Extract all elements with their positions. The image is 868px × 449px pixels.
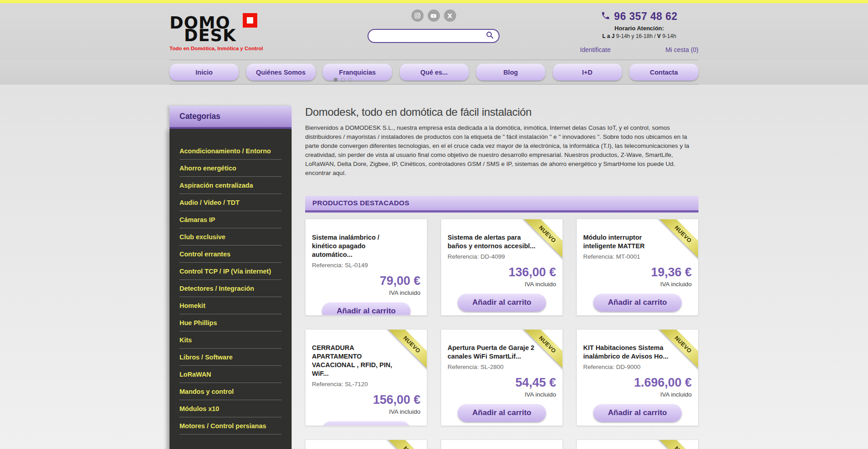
product-title[interactable]: KIT Habitaciones Sistema inalámbrico de …	[583, 344, 674, 361]
logo-red-square-icon	[243, 13, 257, 28]
category-item[interactable]: Motores / Control persianas	[179, 417, 282, 435]
category-item[interactable]: Detectores / Integración	[179, 280, 282, 297]
nav-item-quienes-somos[interactable]: Quiénes Somos	[246, 64, 316, 80]
identify-link[interactable]: Identificate	[580, 46, 611, 53]
category-item[interactable]: Mandos y control	[179, 383, 282, 400]
nav-item-que-es[interactable]: Qué es...	[400, 64, 469, 80]
product-title[interactable]: Sistema de alertas para baños y entornos…	[448, 233, 538, 250]
vat-note: IVA incluido	[583, 281, 692, 288]
carousel-dot-3[interactable]	[348, 78, 352, 82]
category-item[interactable]: Control errantes	[179, 246, 282, 263]
product-title[interactable]: Módulo interruptor inteligente MATTER	[583, 233, 674, 250]
nuevo-ribbon: NUEVO	[384, 440, 427, 449]
site-logo[interactable]: DOMO DESK Todo en Domótica, Inmótica y C…	[170, 3, 287, 51]
add-to-cart-button[interactable]: Añadir al carrito	[322, 421, 410, 426]
product-card: Sistema inalámbrico / kinético apagado a…	[305, 219, 427, 316]
category-item[interactable]: LoRaWAN	[179, 366, 282, 383]
nav-item-franquicias[interactable]: Franquicias	[323, 64, 392, 80]
header: DOMO DESK Todo en Domótica, Inmótica y C…	[0, 3, 868, 85]
product-card: NUEVO CERRADURA APARTAMENTO VACACIONAL ,…	[305, 329, 427, 426]
category-item[interactable]: Hue Phillips	[179, 314, 282, 331]
social-links: X	[411, 9, 456, 22]
categories-panel: Acondicionamiento / Entorno Ahorro energ…	[170, 129, 292, 449]
hours-label: Horario Atención:	[580, 25, 698, 32]
instagram-icon[interactable]	[411, 9, 424, 22]
product-card: NUEVO Apertura Puerta de Garaje 2 canale…	[441, 329, 563, 426]
category-item[interactable]: Módulos x10	[179, 400, 282, 417]
search-icon[interactable]	[486, 31, 494, 41]
vat-note: IVA incluido	[583, 391, 692, 398]
vat-note: IVA incluido	[312, 289, 420, 296]
product-title[interactable]: CERRADURA APARTAMENTO VACACIONAL , RFID,…	[312, 344, 402, 378]
product-title[interactable]: Apertura Puerta de Garaje 2 canales WiFi…	[448, 344, 538, 361]
product-card: NUEVO KIT Habitaciones Sistema inalámbri…	[576, 329, 698, 426]
product-reference: Referencia: DD-4099	[448, 253, 556, 260]
nav-item-id[interactable]: I+D	[553, 64, 622, 80]
cart-link[interactable]: Mi cesta (0)	[665, 46, 698, 53]
product-grid: Sistema inalámbrico / kinético apagado a…	[305, 219, 698, 449]
carousel-dot-2[interactable]	[341, 78, 345, 82]
product-card	[441, 440, 563, 449]
product-card: NUEVO	[305, 440, 427, 449]
carousel-dots	[334, 78, 352, 82]
product-reference: Referencia: DD-9000	[583, 364, 692, 370]
search-bar	[368, 29, 500, 43]
category-item[interactable]: Libros / Software	[179, 349, 282, 366]
category-item[interactable]: Control TCP / IP (Vía internet)	[179, 263, 282, 280]
product-price: 79,00 €	[312, 274, 420, 288]
add-to-cart-button[interactable]: Añadir al carrito	[593, 293, 682, 312]
add-to-cart-button[interactable]: Añadir al carrito	[458, 404, 546, 422]
product-card: NUEVO Módulo interruptor inteligente MAT…	[576, 219, 698, 316]
product-price: 1.696,00 €	[583, 376, 692, 390]
product-price: 19,36 €	[583, 265, 692, 279]
add-to-cart-button[interactable]: Añadir al carrito	[458, 293, 546, 312]
carousel-dot-1[interactable]	[334, 78, 338, 82]
nav-item-inicio[interactable]: Inicio	[170, 64, 239, 80]
add-to-cart-button[interactable]: Añadir al carrito	[593, 404, 682, 422]
product-price: 54,45 €	[448, 376, 556, 390]
top-accent-bar	[0, 0, 868, 3]
vat-note: IVA incluido	[448, 391, 556, 398]
phone-icon	[601, 11, 610, 22]
product-reference: Referencia: MT-0001	[583, 253, 692, 260]
hours-text: L a J 9-14h y 16-18h / V 9-14h	[580, 33, 698, 39]
intro-paragraph: Bienvenidos a DOMODESK S.L., nuestra emp…	[305, 123, 698, 178]
nav-item-blog[interactable]: Blog	[476, 64, 545, 80]
main-navigation: Inicio Quiénes Somos Franquicias Qué es.…	[0, 60, 868, 85]
phone-number: 96 357 48 62	[614, 10, 677, 23]
nuevo-ribbon: NUEVO	[655, 440, 698, 449]
categories-sidebar: Categorías Acondicionamiento / Entorno A…	[170, 106, 292, 449]
categories-header: Categorías	[170, 106, 292, 129]
youtube-icon[interactable]	[428, 9, 440, 22]
product-price: 136,00 €	[448, 265, 556, 279]
product-reference: Referencia: SL-7120	[312, 381, 420, 388]
vat-note: IVA incluido	[448, 281, 556, 288]
product-card: NUEVO	[576, 440, 698, 449]
nav-item-contacta[interactable]: Contacta	[629, 64, 698, 80]
phone-block: 96 357 48 62	[580, 10, 698, 23]
category-item[interactable]: Audio / Vídeo / TDT	[179, 194, 282, 211]
add-to-cart-button[interactable]: Añadir al carrito	[322, 302, 410, 316]
product-reference: Referencia: SL-0149	[312, 262, 420, 269]
category-item[interactable]: Ahorro energético	[179, 160, 282, 177]
x-icon[interactable]: X	[444, 9, 456, 22]
category-item[interactable]: Club exclusive	[179, 228, 282, 246]
category-item[interactable]: Cámaras IP	[179, 211, 282, 228]
search-input[interactable]	[375, 33, 486, 39]
product-title[interactable]: Sistema inalámbrico / kinético apagado a…	[312, 233, 402, 259]
product-reference: Referencia: SL-2800	[448, 364, 556, 370]
page-title: Domodesk, todo en domótica de fácil inst…	[305, 106, 698, 118]
product-price: 156,00 €	[312, 393, 420, 407]
vat-note: IVA incluido	[312, 408, 420, 415]
page-content: Categorías Acondicionamiento / Entorno A…	[0, 85, 868, 449]
category-item[interactable]: Aspiración centralizada	[179, 177, 282, 194]
category-item[interactable]: Kits	[179, 331, 282, 349]
logo-text-desk: DESK	[184, 29, 287, 42]
featured-products-header: PRODUCTOS DESTACADOS	[305, 196, 698, 213]
product-card: NUEVO Sistema de alertas para baños y en…	[441, 219, 563, 316]
category-item[interactable]: Homekit	[179, 297, 282, 314]
logo-tagline: Todo en Domótica, Inmótica y Control	[170, 46, 287, 51]
main-column: Domodesk, todo en domótica de fácil inst…	[305, 106, 698, 449]
category-item[interactable]: Acondicionamiento / Entorno	[179, 142, 282, 160]
